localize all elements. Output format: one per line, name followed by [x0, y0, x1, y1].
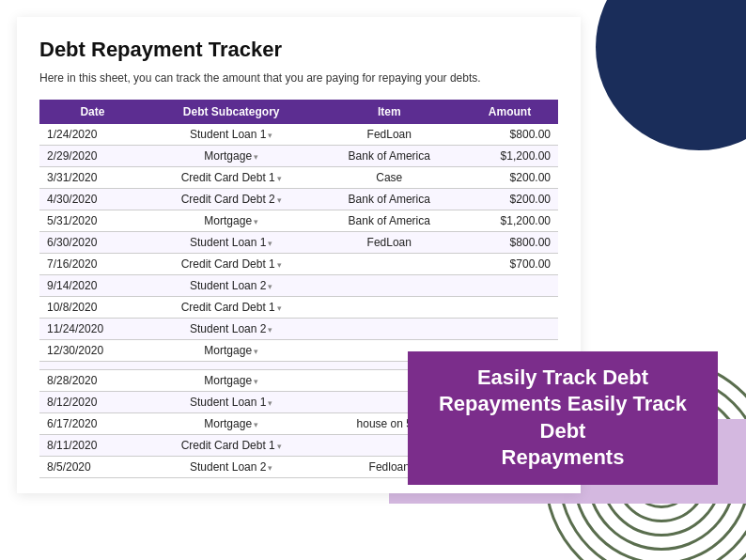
cell-date: 8/11/2020 — [39, 435, 146, 457]
table-row: 6/30/2020 Student Loan 1▾ FedLoan $800.0… — [39, 232, 558, 254]
cell-amount: $1,200.00 — [461, 146, 558, 167]
cell-subcategory[interactable]: Student Loan 1▾ — [146, 232, 318, 254]
cell-date: 9/14/2020 — [39, 275, 146, 297]
cell-amount: $1,200.00 — [461, 210, 558, 232]
cell-subcategory[interactable]: Credit Card Debt 2▾ — [146, 189, 318, 210]
table-row: 10/8/2020 Credit Card Debt 1▾ — [39, 297, 558, 319]
table-row: 4/30/2020 Credit Card Debt 2▾ Bank of Am… — [39, 189, 558, 210]
cell-subcategory[interactable]: Student Loan 2▾ — [146, 457, 318, 478]
cell-subcategory[interactable]: Mortgage▾ — [146, 370, 318, 392]
cell-item — [318, 275, 461, 297]
cell-subcategory[interactable]: Student Loan 1▾ — [146, 124, 318, 146]
cell-date: 4/30/2020 — [39, 189, 146, 210]
dropdown-arrow-icon[interactable]: ▾ — [268, 325, 272, 334]
dropdown-arrow-icon[interactable]: ▾ — [277, 303, 282, 313]
promotional-banner: Easily Track Debt Repayments Easily Trac… — [408, 351, 718, 485]
dropdown-arrow-icon[interactable]: ▾ — [277, 195, 282, 205]
cell-amount: $800.00 — [461, 232, 558, 254]
table-row: 3/31/2020 Credit Card Debt 1▾ Case $200.… — [39, 167, 558, 189]
dropdown-arrow-icon[interactable]: ▾ — [254, 152, 258, 162]
cell-item: Bank of America — [318, 210, 461, 232]
cell-date: 7/16/2020 — [39, 254, 146, 275]
col-header-item: Item — [318, 100, 461, 124]
page-background: Easily Track Debt Repayments Easily Trac… — [0, 0, 746, 560]
dropdown-arrow-icon[interactable]: ▾ — [268, 398, 272, 408]
cell-amount — [461, 275, 558, 297]
cell-date: 8/5/2020 — [39, 457, 146, 478]
cell-subcategory[interactable]: Credit Card Debt 1▾ — [146, 435, 318, 457]
cell-subcategory[interactable]: Mortgage▾ — [146, 146, 318, 167]
cell-date: 10/8/2020 — [39, 297, 146, 319]
table-row: 7/16/2020 Credit Card Debt 1▾ $700.00 — [39, 254, 558, 275]
col-header-amount: Amount — [461, 100, 558, 124]
page-subtitle: Here in this sheet, you can track the am… — [39, 70, 558, 86]
dropdown-arrow-icon[interactable]: ▾ — [254, 347, 258, 356]
cell-item — [318, 319, 461, 340]
table-header-row: Date Debt Subcategory Item Amount — [39, 100, 558, 124]
cell-subcategory[interactable]: Credit Card Debt 1▾ — [146, 254, 318, 275]
cell-item: Bank of America — [318, 146, 461, 167]
cell-item: Bank of America — [318, 189, 461, 210]
dropdown-arrow-icon[interactable]: ▾ — [254, 377, 258, 386]
cell-subcategory[interactable]: Mortgage▾ — [146, 340, 318, 362]
cell-date: 8/28/2020 — [39, 370, 146, 392]
decorative-blue-circle — [596, 0, 746, 150]
cell-subcategory[interactable]: Student Loan 2▾ — [146, 319, 318, 340]
cell-amount: $200.00 — [461, 189, 558, 210]
table-row: 1/24/2020 Student Loan 1▾ FedLoan $800.0… — [39, 124, 558, 146]
cell-subcategory[interactable]: Student Loan 1▾ — [146, 392, 318, 413]
table-row: 2/29/2020 Mortgage▾ Bank of America $1,2… — [39, 146, 558, 167]
cell-subcategory[interactable]: Credit Card Debt 1▾ — [146, 167, 318, 189]
table-row: 5/31/2020 Mortgage▾ Bank of America $1,2… — [39, 210, 558, 232]
cell-date: 12/30/2020 — [39, 340, 146, 362]
cell-subcategory[interactable]: Credit Card Debt 1▾ — [146, 297, 318, 319]
col-header-subcategory: Debt Subcategory — [146, 100, 318, 124]
table-row: 11/24/2020 Student Loan 2▾ — [39, 319, 558, 340]
cell-date: 5/31/2020 — [39, 210, 146, 232]
cell-date — [39, 362, 146, 370]
cell-date: 2/29/2020 — [39, 146, 146, 167]
cell-item: FedLoan — [318, 124, 461, 146]
cell-item — [318, 297, 461, 319]
dropdown-arrow-icon[interactable]: ▾ — [254, 420, 258, 429]
cell-date: 1/24/2020 — [39, 124, 146, 146]
cell-subcategory[interactable]: Student Loan 2▾ — [146, 275, 318, 297]
cell-item — [318, 254, 461, 275]
dropdown-arrow-icon[interactable]: ▾ — [268, 282, 272, 291]
cell-subcategory[interactable]: Mortgage▾ — [146, 210, 318, 232]
col-header-date: Date — [39, 100, 146, 124]
page-title: Debt Repayment Tracker — [39, 38, 558, 62]
cell-amount — [461, 297, 558, 319]
cell-amount: $800.00 — [461, 124, 558, 146]
cell-amount: $200.00 — [461, 167, 558, 189]
cell-date: 11/24/2020 — [39, 319, 146, 340]
cell-date: 6/30/2020 — [39, 232, 146, 254]
table-row: 9/14/2020 Student Loan 2▾ — [39, 275, 558, 297]
cell-date: 6/17/2020 — [39, 413, 146, 435]
cell-item: Case — [318, 167, 461, 189]
cell-subcategory — [146, 362, 318, 370]
cell-date: 3/31/2020 — [39, 167, 146, 189]
dropdown-arrow-icon[interactable]: ▾ — [277, 442, 282, 451]
cell-date: 8/12/2020 — [39, 392, 146, 413]
banner-text: Easily Track Debt Repayments — [439, 366, 648, 416]
dropdown-arrow-icon[interactable]: ▾ — [277, 174, 282, 183]
cell-item: FedLoan — [318, 232, 461, 254]
dropdown-arrow-icon[interactable]: ▾ — [268, 239, 272, 248]
dropdown-arrow-icon[interactable]: ▾ — [254, 217, 258, 226]
dropdown-arrow-icon[interactable]: ▾ — [277, 260, 282, 270]
dropdown-arrow-icon[interactable]: ▾ — [268, 463, 272, 473]
cell-subcategory[interactable]: Mortgage▾ — [146, 413, 318, 435]
cell-amount: $700.00 — [461, 254, 558, 275]
cell-amount — [461, 319, 558, 340]
dropdown-arrow-icon[interactable]: ▾ — [268, 131, 272, 140]
